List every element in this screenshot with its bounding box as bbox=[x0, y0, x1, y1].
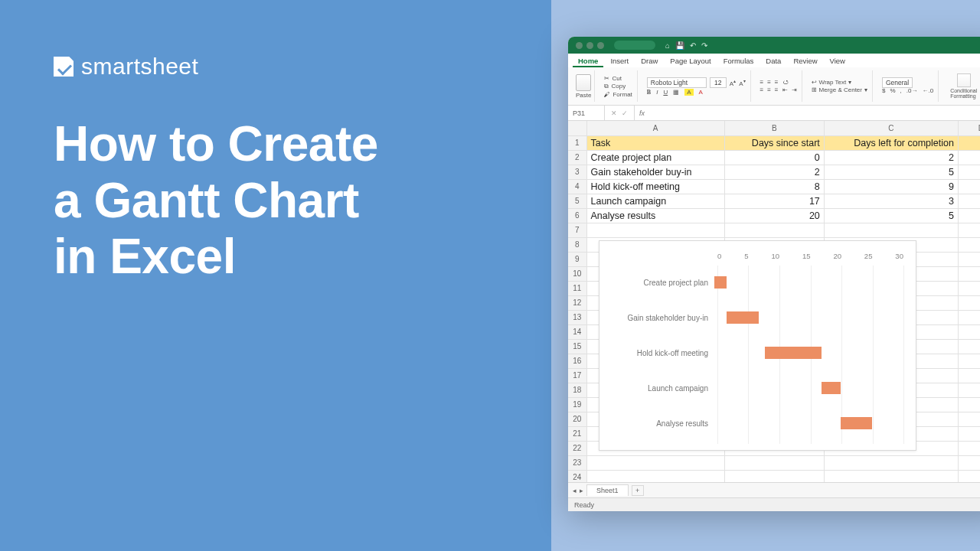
chart-bar-3[interactable] bbox=[822, 382, 841, 394]
cut-button[interactable]: ✂ Cut bbox=[604, 75, 632, 82]
cell-D18[interactable] bbox=[958, 383, 980, 397]
traffic-light-min-icon[interactable] bbox=[586, 42, 593, 49]
cell-D3[interactable] bbox=[958, 165, 980, 179]
select-all-corner[interactable] bbox=[568, 121, 586, 135]
row-head-23[interactable]: 23 bbox=[568, 455, 586, 470]
row-head-14[interactable]: 14 bbox=[568, 324, 586, 339]
cell-C23[interactable] bbox=[824, 455, 958, 470]
currency-icon[interactable]: $ bbox=[882, 87, 885, 94]
cell-D17[interactable] bbox=[958, 368, 980, 383]
row-head-11[interactable]: 11 bbox=[568, 281, 586, 295]
cell-D12[interactable] bbox=[958, 295, 980, 310]
align-top-icon[interactable]: ≡ bbox=[760, 79, 764, 86]
cancel-icon[interactable]: ✕ bbox=[611, 109, 617, 117]
cell-C5[interactable]: 3 bbox=[824, 194, 958, 208]
grow-font-icon[interactable]: A▴ bbox=[730, 78, 736, 87]
tab-insert[interactable]: Insert bbox=[605, 55, 634, 67]
cell-D19[interactable] bbox=[958, 397, 980, 412]
cell-C1[interactable]: Days left for completion bbox=[824, 135, 958, 150]
row-head-17[interactable]: 17 bbox=[568, 368, 586, 383]
cell-B4[interactable]: 8 bbox=[724, 179, 824, 194]
row-head-19[interactable]: 19 bbox=[568, 397, 586, 412]
enter-icon[interactable]: ✓ bbox=[622, 109, 628, 117]
cell-C4[interactable]: 9 bbox=[824, 179, 958, 194]
cell-D24[interactable] bbox=[958, 470, 980, 482]
italic-button[interactable]: I bbox=[656, 89, 658, 96]
cell-B5[interactable]: 17 bbox=[724, 194, 824, 208]
traffic-light-close-icon[interactable] bbox=[576, 42, 583, 49]
chart-bar-2[interactable] bbox=[765, 347, 822, 359]
traffic-light-max-icon[interactable] bbox=[597, 42, 604, 49]
sheet-tab-1[interactable]: Sheet1 bbox=[586, 484, 629, 496]
tab-review[interactable]: Review bbox=[788, 55, 822, 67]
cell-C7[interactable] bbox=[824, 223, 958, 237]
cell-A7[interactable] bbox=[586, 223, 724, 237]
row-head-3[interactable]: 3 bbox=[568, 165, 586, 179]
row-head-16[interactable]: 16 bbox=[568, 354, 586, 368]
row-head-22[interactable]: 22 bbox=[568, 441, 586, 455]
col-D[interactable]: D bbox=[958, 121, 980, 135]
cell-D5[interactable] bbox=[958, 194, 980, 208]
name-box[interactable]: P31 bbox=[568, 106, 605, 120]
cell-B3[interactable]: 2 bbox=[724, 165, 824, 179]
wrap-text-button[interactable]: ↩ Wrap Text ▾ bbox=[812, 79, 867, 86]
tab-draw[interactable]: Draw bbox=[635, 55, 663, 67]
cell-C2[interactable]: 2 bbox=[824, 150, 958, 165]
row-head-5[interactable]: 5 bbox=[568, 194, 586, 208]
cell-B7[interactable] bbox=[724, 223, 824, 237]
autosave-toggle[interactable] bbox=[614, 41, 655, 50]
cell-A2[interactable]: Create project plan bbox=[586, 150, 724, 165]
cell-D2[interactable] bbox=[958, 150, 980, 165]
border-button[interactable]: ▦ bbox=[673, 89, 679, 96]
add-sheet-button[interactable]: + bbox=[632, 485, 644, 496]
col-C[interactable]: C bbox=[824, 121, 958, 135]
undo-icon[interactable]: ↶ bbox=[690, 41, 696, 50]
sheet-nav-prev-icon[interactable]: ◂ bbox=[573, 487, 577, 494]
indent-dec-icon[interactable]: ⇤ bbox=[782, 86, 788, 93]
align-mid-icon[interactable]: ≡ bbox=[767, 79, 771, 86]
bold-button[interactable]: B bbox=[647, 89, 651, 96]
cell-B1[interactable]: Days since start bbox=[724, 135, 824, 150]
cell-D22[interactable] bbox=[958, 441, 980, 455]
cell-C6[interactable]: 5 bbox=[824, 208, 958, 223]
cell-A5[interactable]: Launch campaign bbox=[586, 194, 724, 208]
row-head-15[interactable]: 15 bbox=[568, 339, 586, 354]
save-icon[interactable]: 💾 bbox=[675, 41, 684, 50]
inc-decimal-icon[interactable]: .0→ bbox=[906, 87, 918, 94]
row-head-20[interactable]: 20 bbox=[568, 412, 586, 426]
gantt-chart[interactable]: 051015202530 Create project planGain sta… bbox=[599, 240, 916, 451]
row-head-7[interactable]: 7 bbox=[568, 223, 586, 237]
align-center-icon[interactable]: ≡ bbox=[767, 86, 771, 93]
row-head-6[interactable]: 6 bbox=[568, 208, 586, 223]
col-B[interactable]: B bbox=[724, 121, 824, 135]
cell-D13[interactable] bbox=[958, 310, 980, 324]
cell-A1[interactable]: Task bbox=[586, 135, 724, 150]
chart-bar-4[interactable] bbox=[841, 417, 872, 429]
align-left-icon[interactable]: ≡ bbox=[760, 86, 764, 93]
cell-A23[interactable] bbox=[586, 455, 724, 470]
sheet-nav-next-icon[interactable]: ▸ bbox=[580, 487, 583, 494]
cell-D9[interactable] bbox=[958, 252, 980, 266]
cell-C3[interactable]: 5 bbox=[824, 165, 958, 179]
row-head-10[interactable]: 10 bbox=[568, 266, 586, 281]
shrink-font-icon[interactable]: A▾ bbox=[739, 78, 745, 87]
cell-D7[interactable] bbox=[958, 223, 980, 237]
row-head-12[interactable]: 12 bbox=[568, 295, 586, 310]
row-head-9[interactable]: 9 bbox=[568, 252, 586, 266]
cell-D15[interactable] bbox=[958, 339, 980, 354]
chart-bar-1[interactable] bbox=[727, 311, 758, 324]
chart-bar-0[interactable] bbox=[714, 276, 727, 289]
cell-A4[interactable]: Hold kick-off meeting bbox=[586, 179, 724, 194]
cell-B2[interactable]: 0 bbox=[724, 150, 824, 165]
row-head-18[interactable]: 18 bbox=[568, 383, 586, 397]
cell-D20[interactable] bbox=[958, 412, 980, 426]
indent-inc-icon[interactable]: ⇥ bbox=[792, 86, 797, 93]
font-color-button[interactable]: A bbox=[699, 89, 703, 96]
cell-D4[interactable] bbox=[958, 179, 980, 194]
fill-color-button[interactable]: A bbox=[684, 89, 693, 96]
cell-C24[interactable] bbox=[824, 470, 958, 482]
row-head-4[interactable]: 4 bbox=[568, 179, 586, 194]
font-select[interactable]: Roboto Light bbox=[647, 77, 707, 88]
row-head-21[interactable]: 21 bbox=[568, 426, 586, 441]
percent-icon[interactable]: % bbox=[890, 87, 895, 94]
